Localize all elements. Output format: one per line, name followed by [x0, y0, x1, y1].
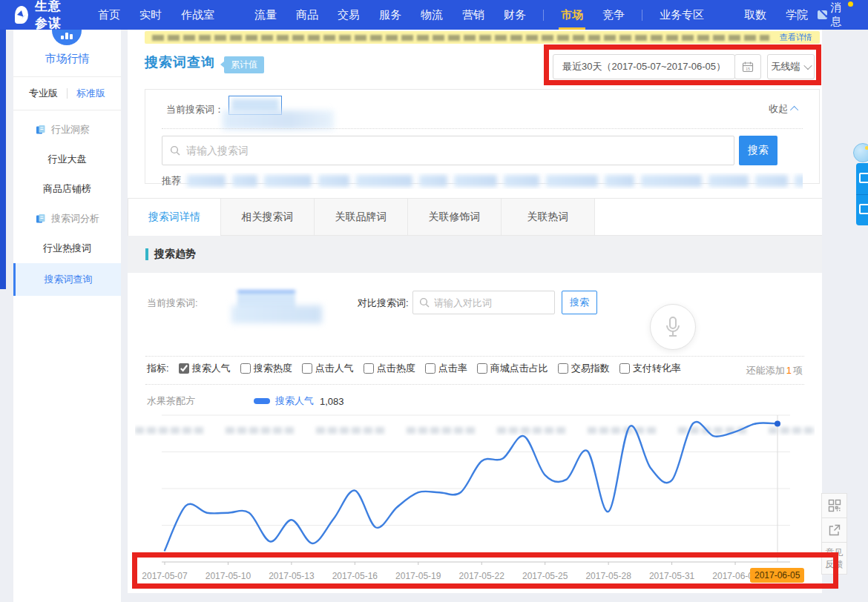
sidebar-section-0: 行业洞察	[13, 115, 121, 145]
nav-item-4[interactable]: 商品	[286, 0, 328, 30]
messages-label: 消息	[831, 1, 847, 29]
trend-section-header: 搜索趋势	[128, 236, 822, 273]
checkbox[interactable]	[179, 363, 189, 374]
blurred-tag	[546, 175, 598, 187]
search-input[interactable]	[186, 145, 726, 156]
qr-code-icon	[828, 499, 841, 512]
sidebar-item-4[interactable]: 行业热搜词	[13, 234, 121, 263]
compare-input[interactable]	[434, 297, 530, 308]
nav-item-5[interactable]: 交易	[328, 0, 369, 30]
search-icon	[170, 145, 180, 156]
app-name: 生意参谋	[35, 0, 75, 32]
share-icon	[828, 523, 841, 537]
metric-checkbox-0[interactable]: 搜索人气	[179, 362, 231, 375]
notification-dot	[848, 1, 853, 7]
top-navbar: 生意参谋 首页实时作战室流量商品交易服务物流营销财务市场竞争业务专区取数学院 消…	[0, 0, 868, 30]
blurred-notice-text	[152, 35, 769, 41]
nav-item-13[interactable]: 取数	[734, 0, 776, 30]
tab-4[interactable]: 关联热词	[502, 199, 595, 235]
nav-item-6[interactable]: 服务	[369, 0, 411, 30]
sidebar-section-3: 搜索词分析	[13, 204, 121, 234]
sidebar-item-5[interactable]: 搜索词查询	[13, 263, 121, 296]
current-term-label: 当前搜索词：	[166, 103, 224, 116]
metric-checkbox-4[interactable]: 点击率	[425, 362, 467, 375]
mail-icon	[818, 10, 827, 19]
blurred-tag	[795, 175, 803, 187]
compare-label: 对比搜索词:	[358, 297, 409, 310]
blurred-tag	[419, 175, 447, 187]
search-button[interactable]: 搜索	[739, 136, 777, 165]
metric-checkbox-5[interactable]: 商城点击占比	[477, 362, 548, 375]
collapse-caret-icon	[790, 106, 798, 114]
blurred-tag	[504, 175, 539, 187]
notice-link[interactable]: 查看详情	[780, 32, 812, 43]
blurred-current-term-shadow	[231, 305, 322, 323]
nav-item-14[interactable]: 学院	[776, 0, 818, 30]
metric-checkbox-6[interactable]: 交易指数	[558, 362, 610, 375]
app-logo[interactable]: 生意参谋	[0, 0, 88, 32]
tab-2[interactable]: 关联品牌词	[315, 199, 408, 235]
assistant-mascot[interactable]	[853, 143, 868, 162]
blurred-tag	[318, 175, 349, 187]
blurred-tag	[232, 175, 257, 187]
checkbox[interactable]	[302, 363, 312, 374]
collapse-toggle[interactable]: 收起	[769, 102, 798, 116]
blurred-tag	[755, 175, 788, 187]
blurred-term-shadow	[223, 110, 334, 130]
legend-marker[interactable]	[254, 398, 270, 404]
checkbox[interactable]	[240, 363, 251, 374]
qr-code-button[interactable]	[821, 493, 847, 518]
checkbox[interactable]	[477, 363, 487, 374]
checkbox[interactable]	[425, 363, 435, 374]
nav-item-8[interactable]: 营销	[453, 0, 494, 30]
version-tab-1[interactable]: 标准版	[76, 87, 105, 100]
legend-row: 水果茶配方 搜索人气 1,083	[147, 394, 344, 408]
tab-0[interactable]: 搜索词详情	[128, 199, 221, 235]
sidebar-item-1[interactable]: 行业大盘	[13, 145, 121, 174]
version-tab-0[interactable]: 专业版	[29, 87, 58, 100]
nav-item-9[interactable]: 财务	[494, 0, 536, 30]
trend-current-label: 当前搜索词:	[147, 297, 198, 310]
doc-icon	[36, 214, 46, 224]
trend-line-chart[interactable]	[162, 412, 790, 565]
metric-checkbox-1[interactable]: 搜索热度	[240, 362, 292, 375]
tab-1[interactable]: 相关搜索词	[221, 199, 315, 235]
trend-panel: 当前搜索词: 对比搜索词: 搜索 指标:搜索人气搜索热度点击人气点击热度点击率商…	[128, 273, 822, 593]
nav-item-1[interactable]: 实时	[130, 0, 171, 30]
nav-item-11[interactable]: 竞争	[593, 0, 634, 30]
metric-checkbox-7[interactable]: 支付转化率	[619, 362, 681, 375]
voice-assistant-button[interactable]	[650, 304, 696, 350]
nav-item-3[interactable]: 流量	[245, 0, 286, 30]
divider	[145, 384, 804, 385]
nav-item-7[interactable]: 物流	[411, 0, 453, 30]
collapse-label: 收起	[769, 102, 788, 116]
nav-item-12[interactable]: 业务专区	[650, 0, 714, 30]
cumulative-badge: 累计值	[224, 56, 264, 73]
main-panel: 查看详情 搜索词查询 累计值 最近30天（2017-05-07~2017-06-…	[128, 30, 822, 593]
compare-search-button[interactable]: 搜索	[562, 291, 597, 314]
metrics-label: 指标:	[147, 362, 169, 375]
divider	[145, 356, 804, 357]
doc-icon	[36, 125, 46, 135]
nav-item-0[interactable]: 首页	[88, 0, 130, 30]
nav-item-2[interactable]: 作战室	[171, 0, 224, 30]
checkbox[interactable]	[364, 363, 374, 374]
page-title: 搜索词查询	[145, 53, 215, 71]
version-switch: 专业版标准版	[13, 77, 121, 110]
service-dock[interactable]	[856, 163, 868, 225]
screen: 生意参谋 首页实时作战室流量商品交易服务物流营销财务市场竞争业务专区取数学院 消…	[0, 0, 868, 602]
sidebar-item-2[interactable]: 商品店铺榜	[13, 174, 121, 204]
nav-item-10[interactable]: 市场	[551, 0, 593, 30]
blurred-tag	[708, 175, 749, 187]
legend-value: 1,083	[320, 396, 344, 407]
metric-checkbox-3[interactable]: 点击热度	[364, 362, 415, 375]
export-button[interactable]	[821, 517, 847, 543]
search-icon	[419, 297, 430, 308]
checkbox[interactable]	[619, 363, 630, 374]
blurred-tag	[454, 175, 497, 187]
messages-link[interactable]: 消息	[818, 1, 847, 29]
metric-checkbox-2[interactable]: 点击人气	[302, 362, 354, 375]
search-term-card: 当前搜索词： 收起 搜索 推荐	[145, 89, 820, 184]
tab-3[interactable]: 关联修饰词	[408, 199, 502, 235]
checkbox[interactable]	[558, 363, 568, 374]
